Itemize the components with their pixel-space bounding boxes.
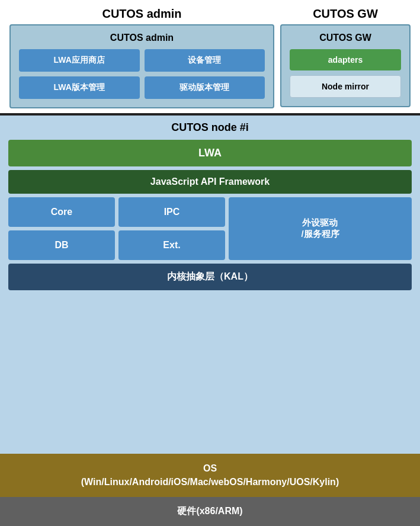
adapters-btn[interactable]: adapters (290, 49, 401, 70)
admin-heading: CUTOS admin (102, 7, 181, 21)
hw-text: 硬件(x86/ARM) (8, 505, 412, 518)
os-section: OS (Win/Linux/Android/iOS/Mac/webOS/Harm… (0, 454, 420, 497)
top-right: CUTOS GW CUTOS GW adapters Node mirror (280, 7, 411, 108)
admin-grid: LWA应用商店 设备管理 LWA版本管理 驱动版本管理 (19, 49, 265, 99)
driver-version-btn[interactable]: 驱动版本管理 (145, 76, 265, 99)
gw-box-title: CUTOS GW (290, 33, 401, 43)
lwa-version-btn[interactable]: LWA版本管理 (19, 76, 140, 99)
db-btn[interactable]: DB (8, 230, 115, 260)
device-mgmt-btn[interactable]: 设备管理 (145, 49, 265, 72)
middle-center: IPC Ext. (118, 197, 225, 260)
core-btn[interactable]: Core (8, 197, 115, 227)
middle-row: Core DB IPC Ext. 外设驱动/服务程序 (8, 197, 412, 260)
os-line1: OS (203, 463, 217, 473)
gw-heading: CUTOS GW (313, 7, 378, 21)
hw-section: 硬件(x86/ARM) (0, 497, 420, 526)
peripheral-btn[interactable]: 外设驱动/服务程序 (229, 197, 412, 260)
node-title: CUTOS node #i (8, 121, 412, 134)
ext-btn[interactable]: Ext. (118, 230, 225, 260)
main-container: CUTOS admin CUTOS admin LWA应用商店 设备管理 LWA… (0, 0, 420, 526)
admin-box-title: CUTOS admin (19, 33, 265, 43)
middle-left: Core DB (8, 197, 115, 260)
lwa-bar: LWA (8, 140, 412, 166)
kal-bar: 内核抽象层（KAL） (8, 264, 412, 290)
os-line2: (Win/Linux/Android/iOS/Mac/webOS/Harmony… (81, 477, 339, 487)
jsapi-bar: JavaScript API Framework (8, 170, 412, 194)
gw-stack: adapters Node mirror (290, 49, 401, 98)
top-left: CUTOS admin CUTOS admin LWA应用商店 设备管理 LWA… (9, 7, 274, 108)
peripheral-label: 外设驱动/服务程序 (301, 217, 339, 240)
node-section: CUTOS node #i LWA JavaScript API Framewo… (0, 116, 420, 454)
os-text: OS (Win/Linux/Android/iOS/Mac/webOS/Harm… (8, 462, 412, 489)
node-mirror-btn[interactable]: Node mirror (290, 75, 401, 98)
admin-box: CUTOS admin LWA应用商店 设备管理 LWA版本管理 驱动版本管理 (9, 24, 274, 108)
ipc-btn[interactable]: IPC (118, 197, 225, 227)
gw-box: CUTOS GW adapters Node mirror (280, 24, 411, 107)
top-section: CUTOS admin CUTOS admin LWA应用商店 设备管理 LWA… (0, 0, 420, 113)
lwa-app-store-btn[interactable]: LWA应用商店 (19, 49, 140, 72)
